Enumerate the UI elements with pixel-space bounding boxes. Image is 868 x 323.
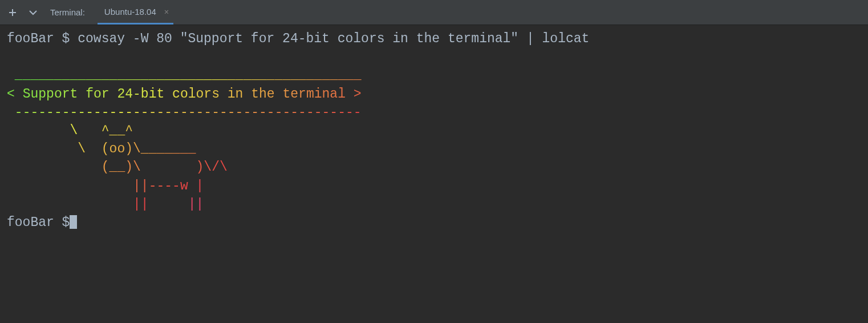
output-line-6: (__)\ )\/\: [7, 160, 228, 175]
terminal-output[interactable]: fooBar $ cowsay -W 80 "Support for 24-bi…: [0, 25, 868, 236]
output-line-8: || ||: [7, 197, 204, 212]
output-line-7: ||----w |: [7, 179, 204, 193]
dropdown-icon[interactable]: [26, 6, 40, 19]
output-line-3: ----------------------------------------…: [7, 105, 362, 120]
titlebar: Terminal: Ubuntu-18.04 ✕: [0, 0, 868, 25]
output-line-2: < Support for 24-bit colors in the termi…: [7, 87, 362, 102]
output-line-5: \ (oo)\_______: [7, 142, 196, 156]
output-line-1: ________________________________________…: [7, 68, 362, 83]
prompt-text: fooBar $: [7, 31, 70, 46]
tab-label: Ubuntu-18.04: [104, 7, 156, 17]
output-line-4: \ ^__^: [7, 123, 133, 138]
close-icon[interactable]: ✕: [162, 5, 171, 19]
cursor: [70, 215, 77, 229]
command-text: cowsay -W 80 "Support for 24-bit colors …: [70, 31, 589, 46]
titlebar-label: Terminal:: [50, 7, 85, 17]
prompt-text-2: fooBar $: [7, 215, 70, 230]
tab-ubuntu[interactable]: Ubuntu-18.04 ✕: [98, 0, 173, 25]
new-tab-button[interactable]: [6, 6, 19, 19]
